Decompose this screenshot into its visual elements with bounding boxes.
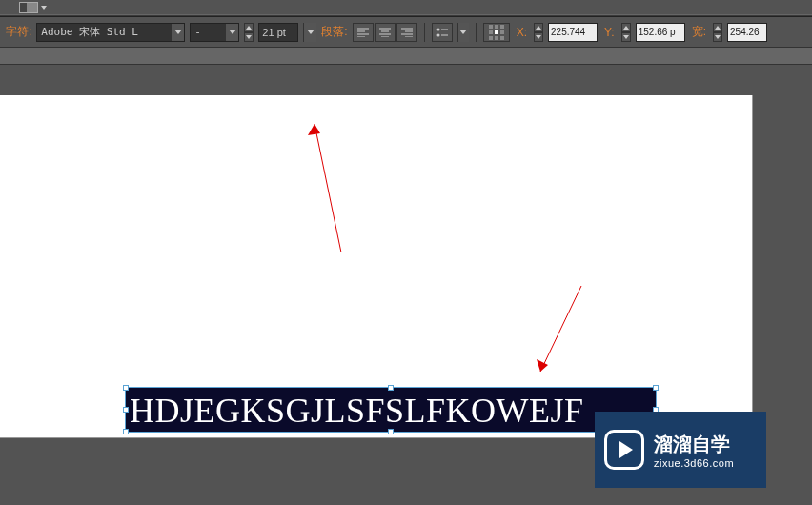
width-label: 宽: bbox=[690, 24, 708, 40]
y-label: Y: bbox=[602, 26, 617, 39]
annotation-arrow-1 bbox=[305, 114, 353, 257]
y-input[interactable] bbox=[636, 23, 685, 42]
x-spinner[interactable] bbox=[534, 23, 543, 42]
panel-layout-icon[interactable] bbox=[19, 2, 38, 13]
align-left-button[interactable] bbox=[353, 23, 374, 42]
align-center-button[interactable] bbox=[375, 23, 396, 42]
svg-marker-2 bbox=[246, 26, 252, 30]
svg-line-37 bbox=[315, 124, 341, 252]
paragraph-label: 段落: bbox=[321, 24, 347, 40]
resize-handle-bl[interactable] bbox=[123, 429, 129, 434]
svg-point-19 bbox=[436, 33, 439, 36]
font-family-combo[interactable] bbox=[36, 23, 185, 42]
svg-line-39 bbox=[540, 286, 581, 372]
svg-rect-22 bbox=[489, 25, 493, 29]
svg-marker-38 bbox=[308, 124, 320, 135]
svg-marker-3 bbox=[246, 35, 252, 39]
play-icon bbox=[604, 430, 644, 470]
width-input[interactable] bbox=[727, 23, 767, 42]
resize-handle-tl[interactable] bbox=[123, 385, 129, 391]
character-label: 字符: bbox=[6, 24, 31, 40]
svg-marker-40 bbox=[537, 359, 548, 372]
text-frame[interactable]: HDJEGKSGJLSFSLFKOWEJF bbox=[125, 387, 657, 433]
svg-rect-23 bbox=[495, 25, 498, 29]
align-group bbox=[353, 23, 417, 42]
svg-rect-27 bbox=[500, 30, 504, 34]
watermark-title: 溜溜自学 bbox=[654, 432, 734, 457]
resize-handle-tr[interactable] bbox=[653, 385, 659, 391]
top-menu-bar bbox=[0, 0, 812, 14]
font-family-dropdown[interactable] bbox=[171, 24, 184, 41]
font-style-combo[interactable] bbox=[190, 23, 239, 42]
divider bbox=[424, 23, 425, 42]
font-size-dropdown[interactable] bbox=[303, 23, 316, 42]
font-style-dropdown[interactable] bbox=[225, 24, 238, 41]
bullets-dropdown[interactable] bbox=[457, 23, 469, 42]
panel-layout-dropdown[interactable] bbox=[41, 6, 47, 10]
svg-rect-24 bbox=[500, 25, 504, 29]
x-input[interactable] bbox=[548, 23, 598, 42]
watermark: 溜溜自学 zixue.3d66.com bbox=[595, 412, 766, 488]
svg-marker-31 bbox=[536, 26, 541, 30]
watermark-subtitle: zixue.3d66.com bbox=[654, 457, 734, 469]
divider bbox=[476, 23, 477, 42]
svg-rect-25 bbox=[489, 30, 493, 34]
svg-rect-26 bbox=[495, 30, 498, 34]
annotation-arrow-2 bbox=[529, 281, 596, 386]
resize-handle-ml[interactable] bbox=[123, 407, 129, 413]
svg-marker-4 bbox=[307, 30, 315, 34]
svg-rect-30 bbox=[500, 36, 504, 40]
svg-marker-36 bbox=[715, 35, 721, 39]
svg-marker-34 bbox=[623, 35, 629, 39]
resize-handle-bm[interactable] bbox=[388, 429, 394, 434]
x-label: X: bbox=[515, 26, 529, 39]
width-spinner[interactable] bbox=[713, 23, 722, 42]
svg-marker-21 bbox=[459, 30, 467, 34]
text-options-bar: 字符: 段落: bbox=[0, 17, 812, 48]
svg-point-17 bbox=[436, 28, 439, 30]
font-family-input[interactable] bbox=[37, 24, 171, 41]
align-right-button[interactable] bbox=[396, 23, 417, 42]
svg-marker-32 bbox=[536, 35, 541, 39]
horizontal-ruler[interactable] bbox=[0, 48, 812, 65]
font-style-input[interactable] bbox=[191, 24, 225, 41]
svg-rect-28 bbox=[489, 36, 493, 40]
y-spinner[interactable] bbox=[621, 23, 631, 42]
bullets-button[interactable] bbox=[432, 23, 453, 42]
font-size-spinner[interactable] bbox=[244, 23, 254, 42]
text-content[interactable]: HDJEGKSGJLSFSLFKOWEJF bbox=[126, 388, 656, 434]
svg-rect-29 bbox=[495, 36, 498, 40]
font-size-input[interactable] bbox=[258, 23, 298, 42]
svg-marker-33 bbox=[623, 26, 629, 30]
resize-handle-tm[interactable] bbox=[388, 385, 394, 391]
svg-marker-1 bbox=[229, 30, 236, 34]
svg-marker-35 bbox=[715, 26, 721, 30]
reference-point-grid[interactable] bbox=[483, 23, 510, 42]
svg-marker-0 bbox=[174, 30, 182, 34]
